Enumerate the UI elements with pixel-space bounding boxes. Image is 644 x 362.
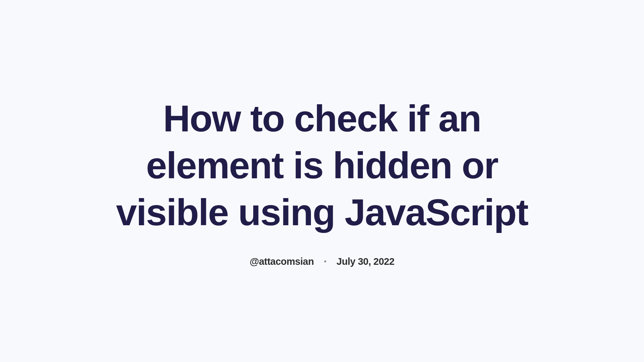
meta-separator: • bbox=[324, 257, 327, 266]
article-meta: @attacomsian • July 30, 2022 bbox=[101, 256, 543, 267]
author-handle[interactable]: @attacomsian bbox=[250, 256, 314, 267]
article-header: How to check if an element is hidden or … bbox=[87, 95, 557, 267]
publish-date: July 30, 2022 bbox=[336, 256, 394, 267]
article-title: How to check if an element is hidden or … bbox=[101, 95, 543, 236]
